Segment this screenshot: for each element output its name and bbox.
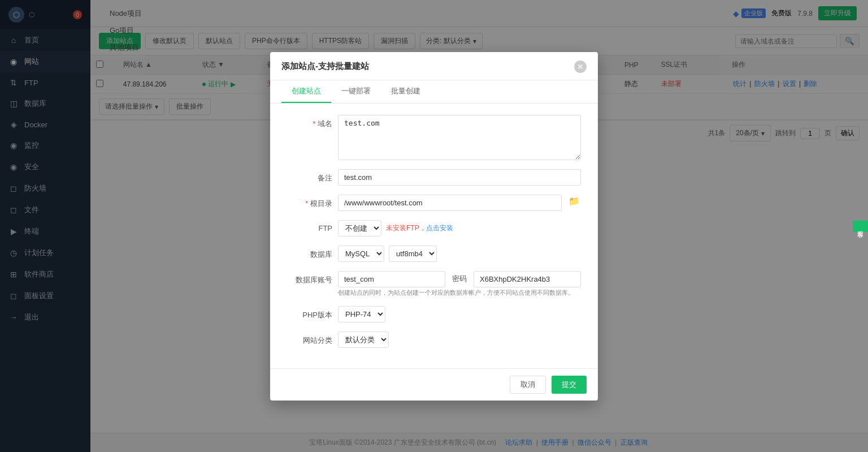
browse-dir-button[interactable]: 📁 bbox=[567, 195, 581, 208]
modal-tabs: 创建站点 一键部署 批量创建 bbox=[270, 80, 598, 104]
ftp-install-link[interactable]: 点击安装 bbox=[426, 224, 453, 232]
remark-label: 备注 bbox=[287, 169, 332, 183]
db-password-input[interactable] bbox=[474, 271, 581, 287]
modal-close-button[interactable]: ✕ bbox=[574, 61, 587, 73]
rootdir-label: 根目录 bbox=[287, 195, 332, 209]
db-account-label: 数据库账号 bbox=[287, 271, 332, 285]
domain-row: 域名 bbox=[287, 115, 581, 160]
feedback-button[interactable]: 客服 bbox=[853, 221, 868, 232]
modal-header: 添加站点-支持批量建站 ✕ bbox=[270, 52, 598, 80]
rootdir-row: 根目录 📁 bbox=[287, 195, 581, 211]
db-credentials: 密码 bbox=[338, 271, 581, 287]
ftp-select[interactable]: 不创建 bbox=[338, 220, 381, 236]
db-type-select[interactable]: MySQL bbox=[338, 246, 384, 262]
cancel-button[interactable]: 取消 bbox=[510, 376, 546, 394]
modal-body: 域名 备注 根目录 📁 FTP 不创建 未 bbox=[270, 104, 598, 368]
modal-title: 添加站点-支持批量建站 bbox=[281, 61, 369, 72]
category-select[interactable]: 默认分类 bbox=[338, 332, 389, 348]
db-account-input[interactable] bbox=[338, 271, 445, 287]
ftp-label: FTP bbox=[287, 220, 332, 233]
php-version-row: PHP版本 PHP-74 bbox=[287, 306, 581, 322]
domain-input[interactable] bbox=[338, 115, 581, 160]
php-label: PHP版本 bbox=[287, 306, 332, 320]
modal-footer: 取消 提交 bbox=[270, 368, 598, 401]
category-row: 网站分类 默认分类 bbox=[287, 332, 581, 348]
db-charset-select[interactable]: utf8mb4 bbox=[389, 246, 437, 262]
submit-button[interactable]: 提交 bbox=[552, 376, 587, 394]
database-row: 数据库 MySQL utf8mb4 bbox=[287, 246, 581, 262]
ftp-row: FTP 不创建 未安装FTP，点击安装 bbox=[287, 220, 581, 236]
db-pwd-label: 密码 bbox=[452, 274, 467, 284]
db-account-group: 密码 创建站点的同时，为站点创建一个对应的数据库帐户，方便不同站点使用不同数据库… bbox=[338, 271, 581, 297]
database-label: 数据库 bbox=[287, 246, 332, 260]
remark-row: 备注 bbox=[287, 169, 581, 186]
domain-label: 域名 bbox=[287, 115, 332, 129]
db-account-row: 数据库账号 密码 创建站点的同时，为站点创建一个对应的数据库帐户，方便不同站点使… bbox=[287, 271, 581, 297]
ftp-warning: 未安装FTP，点击安装 bbox=[386, 223, 453, 233]
tab-create-site[interactable]: 创建站点 bbox=[281, 80, 331, 103]
remark-input[interactable] bbox=[338, 169, 581, 186]
tab-one-click-deploy[interactable]: 一键部署 bbox=[331, 80, 381, 103]
rootdir-input[interactable] bbox=[338, 195, 562, 211]
tab-batch-create[interactable]: 批量创建 bbox=[381, 80, 431, 103]
ftp-controls: 不创建 未安装FTP，点击安装 bbox=[338, 220, 581, 236]
database-controls: MySQL utf8mb4 bbox=[338, 246, 581, 262]
modal-overlay: 添加站点-支持批量建站 ✕ 创建站点 一键部署 批量创建 域名 备注 根目录 bbox=[0, 0, 868, 452]
add-site-modal: 添加站点-支持批量建站 ✕ 创建站点 一键部署 批量创建 域名 备注 根目录 bbox=[270, 52, 598, 401]
feedback-panel: 客服 bbox=[853, 221, 868, 232]
db-hint: 创建站点的同时，为站点创建一个对应的数据库帐户，方便不同站点使用不同数据库。 bbox=[338, 289, 581, 297]
category-label: 网站分类 bbox=[287, 332, 332, 346]
php-version-select[interactable]: PHP-74 bbox=[338, 306, 385, 322]
